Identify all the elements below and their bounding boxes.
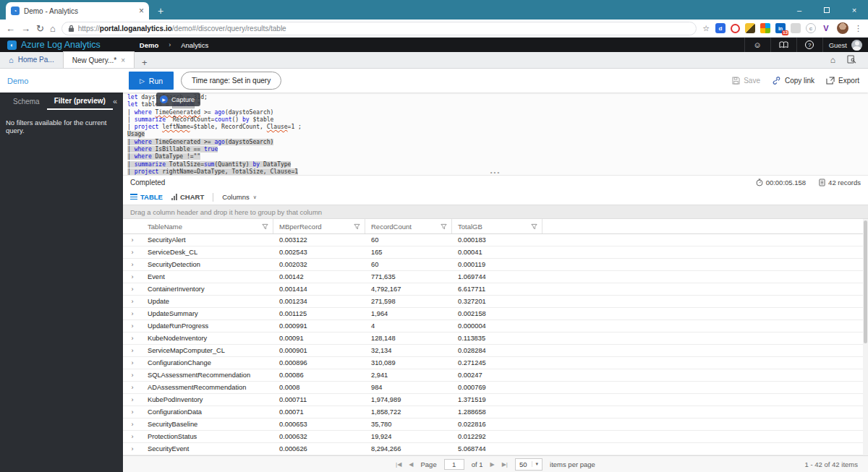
- c-extension-icon[interactable]: c: [806, 23, 816, 33]
- editor-resize-handle[interactable]: •••: [490, 171, 501, 175]
- collapse-sidebar-icon[interactable]: «: [113, 97, 117, 106]
- table-row[interactable]: ›KubeNodeInventory0.00091128,1480.113835: [123, 332, 868, 345]
- row-expander-icon[interactable]: ›: [123, 298, 142, 305]
- user-menu[interactable]: Guest: [822, 38, 868, 52]
- page-size-select[interactable]: 50 ▾: [515, 458, 542, 471]
- next-page-icon[interactable]: ▶: [490, 461, 495, 468]
- column-header-recordcount[interactable]: RecordCount: [365, 219, 452, 233]
- save-button[interactable]: Save: [732, 77, 760, 85]
- table-row[interactable]: ›SecurityEvent0.0006268,294,2665.068744: [123, 443, 868, 455]
- row-expander-icon[interactable]: ›: [123, 372, 142, 379]
- table-row[interactable]: ›SecurityDetection0.002032600.000119: [123, 259, 868, 271]
- bookmark-star-icon[interactable]: ☆: [702, 24, 710, 33]
- tab-close-icon[interactable]: ×: [139, 6, 144, 16]
- linkedin-extension-icon[interactable]: in13: [775, 23, 786, 33]
- code-line[interactable]: | project leftName=$table, RecordCount, …: [127, 124, 868, 131]
- table-row[interactable]: ›ADAssessmentRecommendation0.00089840.00…: [123, 382, 868, 394]
- code-line[interactable]: | where DataType !="": [127, 153, 868, 160]
- grid-scrollbar-thumb[interactable]: [864, 220, 867, 343]
- capture-overlay[interactable]: ▶ Capture: [156, 93, 200, 106]
- breadcrumb-page[interactable]: Analytics: [181, 41, 208, 49]
- o-extension-icon[interactable]: [731, 24, 740, 33]
- filter-funnel-icon[interactable]: [531, 223, 537, 230]
- back-icon[interactable]: ←: [6, 24, 15, 33]
- query-explorer-icon[interactable]: [847, 55, 856, 66]
- row-expander-icon[interactable]: ›: [123, 249, 142, 256]
- feedback-smiley-icon[interactable]: ☺: [744, 38, 770, 52]
- workspace-name-link[interactable]: Demo: [0, 77, 123, 85]
- code-line[interactable]: let tables = search *: [127, 101, 868, 108]
- table-row[interactable]: ›Event0.00142771,6351.069744: [123, 271, 868, 283]
- row-expander-icon[interactable]: ›: [123, 335, 142, 342]
- code-line[interactable]: | summarize TotalSize=sum(Quantity) by D…: [127, 161, 868, 168]
- grid-scrollbar[interactable]: [863, 219, 868, 455]
- forward-icon[interactable]: →: [21, 24, 30, 33]
- group-by-dropzone[interactable]: Drag a column header and drop it here to…: [123, 205, 868, 219]
- time-range-button[interactable]: Time range: Set in query: [181, 72, 281, 90]
- row-expander-icon[interactable]: ›: [123, 273, 142, 280]
- v-extension-icon[interactable]: V: [821, 23, 831, 33]
- filter-funnel-icon[interactable]: [354, 223, 360, 230]
- table-row[interactable]: ›KubePodInventory0.0007111,974,9891.3715…: [123, 394, 868, 406]
- filter-funnel-icon[interactable]: [262, 223, 268, 230]
- row-expander-icon[interactable]: ›: [123, 445, 142, 452]
- table-row[interactable]: ›UpdateRunProgress0.00099140.000004: [123, 320, 868, 332]
- bee-extension-icon[interactable]: [745, 23, 755, 33]
- table-row[interactable]: ›SecurityAlert0.003122600.000183: [123, 234, 868, 246]
- table-row[interactable]: ›Update0.001234271,5980.327201: [123, 296, 868, 308]
- row-expander-icon[interactable]: ›: [123, 384, 142, 391]
- code-line[interactable]: | where TimeGenerated >= ago(daystoSearc…: [127, 139, 868, 146]
- close-button[interactable]: ×: [841, 0, 868, 20]
- row-expander-icon[interactable]: ›: [123, 421, 142, 428]
- reload-icon[interactable]: ↻: [36, 24, 44, 33]
- breadcrumb-workspace[interactable]: Demo: [140, 41, 158, 49]
- column-header-totalgb[interactable]: TotalGB: [452, 219, 542, 233]
- first-page-icon[interactable]: |◀: [396, 461, 401, 468]
- column-header-tablename[interactable]: TableName: [142, 219, 273, 233]
- table-row[interactable]: ›ConfigurationChange0.000896310,0890.271…: [123, 357, 868, 369]
- address-bar[interactable]: https://portal.loganalytics.io/demo#/dis…: [61, 22, 697, 35]
- tab-new-query[interactable]: New Query...* ×: [63, 51, 135, 68]
- export-button[interactable]: Export: [826, 77, 859, 85]
- table-row[interactable]: ›ServiceMapComputer_CL0.00090132,1340.02…: [123, 345, 868, 357]
- column-header-mbperrecord[interactable]: MBperRecord: [273, 219, 365, 233]
- columns-dropdown[interactable]: Columns ∨: [222, 193, 257, 201]
- add-query-tab-button[interactable]: +: [135, 57, 155, 68]
- table-row[interactable]: ›SecurityBaseline0.00065335,7800.022816: [123, 419, 868, 431]
- row-expander-icon[interactable]: ›: [123, 347, 142, 354]
- query-editor[interactable]: ▶ Capture let daystoSearch = 31d;let tab…: [123, 93, 868, 176]
- row-expander-icon[interactable]: ›: [123, 396, 142, 403]
- filter-funnel-icon[interactable]: [441, 223, 447, 230]
- browser-profile-avatar[interactable]: [837, 22, 848, 34]
- last-page-icon[interactable]: ▶|: [502, 461, 508, 468]
- row-expander-icon[interactable]: ›: [123, 236, 142, 244]
- table-view-tab[interactable]: TABLE: [130, 193, 163, 201]
- table-row[interactable]: ›ServiceDesk_CL0.0025431650.00041: [123, 246, 868, 259]
- portal-home-icon[interactable]: ⌂: [830, 55, 835, 65]
- table-row[interactable]: ›ContainerInventory0.0014144,792,1676.61…: [123, 283, 868, 296]
- chart-view-tab[interactable]: CHART: [171, 193, 204, 201]
- minimize-button[interactable]: –: [786, 0, 813, 20]
- maximize-button[interactable]: [813, 0, 841, 20]
- page-number-input[interactable]: [444, 459, 464, 470]
- tab-home-page[interactable]: ⌂ Home Pa...: [0, 51, 63, 68]
- row-expander-icon[interactable]: ›: [123, 261, 142, 268]
- row-expander-icon[interactable]: ›: [123, 408, 142, 416]
- table-row[interactable]: ›ConfigurationData0.000711,858,7221.2886…: [123, 406, 868, 419]
- code-line[interactable]: | where IsBillable == true: [127, 146, 868, 153]
- help-icon[interactable]: ?: [796, 38, 822, 52]
- code-line[interactable]: let daystoSearch = 31d;: [127, 94, 868, 101]
- prev-page-icon[interactable]: ◀: [409, 461, 413, 468]
- copy-link-button[interactable]: Copy link: [772, 77, 814, 85]
- code-line[interactable]: | where TimeGenerated >= ago(daystoSearc…: [127, 109, 868, 116]
- new-tab-button[interactable]: +: [158, 5, 163, 17]
- row-expander-icon[interactable]: ›: [123, 286, 142, 293]
- tab-close-icon[interactable]: ×: [121, 56, 125, 64]
- d-extension-icon[interactable]: d: [715, 23, 726, 33]
- home-icon[interactable]: ⌂: [50, 24, 56, 33]
- row-expander-icon[interactable]: ›: [123, 359, 142, 366]
- row-expander-icon[interactable]: ›: [123, 433, 142, 440]
- row-expander-icon[interactable]: ›: [123, 322, 142, 330]
- windows-extension-icon[interactable]: [760, 23, 770, 33]
- sidebar-tab-schema[interactable]: Schema: [6, 93, 47, 110]
